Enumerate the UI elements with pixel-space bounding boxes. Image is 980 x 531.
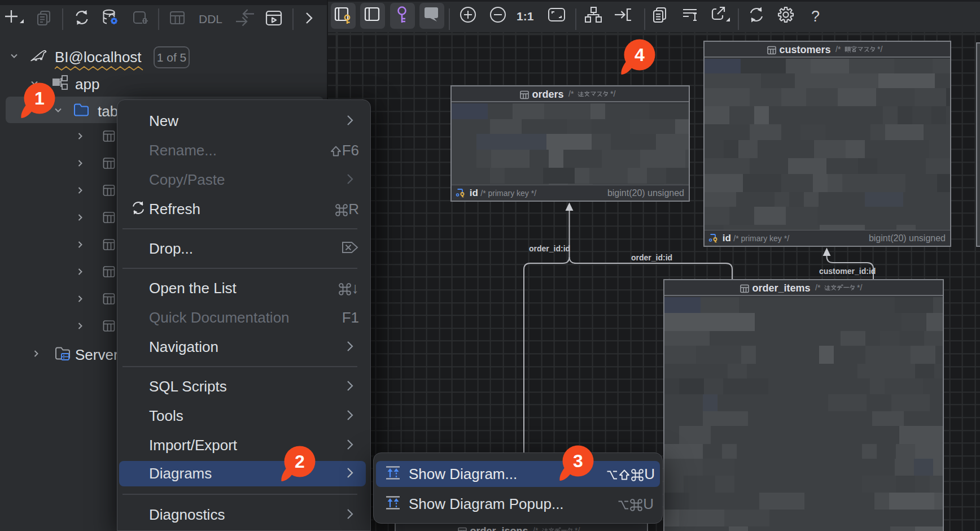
svg-text:/*: /*: [815, 283, 821, 292]
svg-text:*/: */: [877, 45, 882, 54]
svg-text:/*: /*: [568, 89, 574, 98]
svg-text:*/: */: [857, 283, 862, 292]
svg-text:1: 1: [34, 88, 45, 108]
svg-text:*/: */: [610, 89, 615, 98]
svg-text:2: 2: [295, 451, 305, 472]
svg-text:/*: /*: [533, 526, 539, 531]
svg-text:*/: */: [575, 526, 580, 531]
svg-text:/*: /*: [835, 45, 841, 54]
svg-text:3: 3: [573, 451, 583, 471]
svg-text:4: 4: [635, 45, 645, 65]
